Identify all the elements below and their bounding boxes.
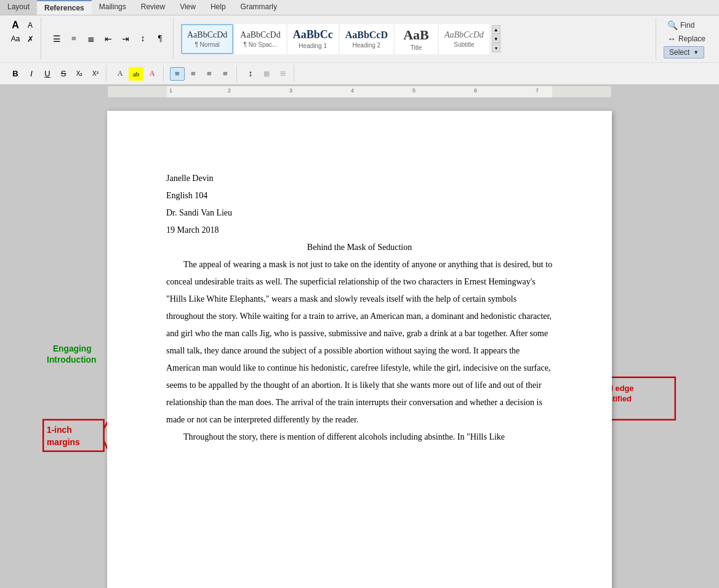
ribbon-content-row2: B I U S X₂ X² A ab A ≡ ≡ ≡ ≡ ↕ ▩ ⊞ Parag…: [0, 62, 719, 84]
engaging-text2: Introduction: [47, 355, 96, 364]
tab-help[interactable]: Help: [203, 0, 233, 15]
professor-line: Dr. Sandi Van Lieu: [166, 204, 553, 222]
find-btn[interactable]: 🔍 Find: [664, 19, 698, 31]
tab-references[interactable]: References: [37, 0, 92, 15]
strikethrough-btn[interactable]: S: [57, 68, 70, 80]
ruler-mark-6: 6: [474, 87, 477, 94]
find-label: Find: [680, 21, 694, 30]
ribbon-content-row1: A A Aa ✗ ☰ ≡ ≣ ⇤ ⇥ ↕ ¶: [0, 15, 719, 62]
decrease-indent-btn[interactable]: ⇤: [100, 31, 116, 46]
replace-label: Replace: [678, 34, 705, 43]
ruler-mark-1: 1: [169, 87, 172, 94]
styles-scrollbar[interactable]: ▲ ▼ ▾: [492, 25, 500, 52]
document-page[interactable]: Janelle Devin English 104 Dr. Sandi Van …: [107, 111, 612, 588]
select-chevron-icon: ▼: [693, 49, 699, 55]
align-justify-btn[interactable]: ≡: [218, 67, 233, 81]
mla-title-block: Behind the Mask of Seduction: [166, 239, 553, 256]
ruler: 1 2 3 4 5 6 7: [0, 85, 719, 99]
ribbon: Layout References Mailings Review View H…: [0, 0, 719, 85]
ruler-mark-4: 4: [351, 87, 354, 94]
style-subtitle-preview: AaBbCcDd: [444, 30, 484, 40]
font-aa-btn[interactable]: Aa: [9, 33, 22, 45]
bullet-list-btn[interactable]: ☰: [49, 31, 65, 46]
date-line: 19 March 2018: [166, 222, 553, 239]
paragraph-align-group: ≡ ≡ ≡ ≡: [166, 65, 237, 82]
margins-box: [43, 420, 103, 451]
style-heading2-label: Heading 2: [353, 42, 381, 49]
style-subtitle-label: Subtitle: [454, 41, 474, 48]
style-heading1-preview: AaBbCc: [293, 28, 333, 41]
ruler-bar: 1 2 3 4 5 6 7: [107, 86, 612, 97]
align-center-btn[interactable]: ≡: [186, 67, 201, 81]
ruler-mark-3: 3: [289, 87, 292, 94]
increase-indent-btn[interactable]: ⇥: [118, 31, 134, 46]
select-btn[interactable]: Select ▼: [664, 46, 704, 58]
style-title-label: Title: [411, 44, 422, 51]
underline-btn[interactable]: U: [41, 68, 54, 80]
text-color-btn[interactable]: A: [113, 67, 127, 81]
author-line: Janelle Devin: [166, 170, 553, 187]
find-icon: 🔍: [667, 20, 678, 30]
style-no-space[interactable]: AaBbCcDd ¶ No Spac...: [235, 24, 286, 54]
style-normal[interactable]: AaBbCcDd ¶ Normal: [181, 24, 233, 54]
style-title[interactable]: AaB Title: [395, 24, 438, 54]
list-group: ☰ ≡ ≣ ⇤ ⇥ ↕ ¶: [44, 18, 174, 60]
align-group: A ab A: [109, 65, 164, 82]
superscript-btn[interactable]: X²: [89, 68, 102, 80]
sort-btn[interactable]: ↕: [135, 31, 151, 46]
numbered-list-btn[interactable]: ≡: [66, 31, 82, 46]
align-right-btn[interactable]: ≡: [202, 67, 217, 81]
mla-header-block: Janelle Devin English 104 Dr. Sandi Van …: [166, 170, 553, 239]
shading-btn[interactable]: ▩: [259, 67, 274, 81]
tab-mailings[interactable]: Mailings: [92, 0, 134, 15]
line-spacing-group: ↕ ▩ ⊞: [239, 65, 294, 82]
styles-scroll-down[interactable]: ▼: [492, 34, 500, 43]
essay-body[interactable]: The appeal of wearing a mask is not just…: [166, 256, 553, 446]
style-heading1[interactable]: AaBbCc Heading 1: [287, 24, 339, 54]
tab-review[interactable]: Review: [134, 0, 172, 15]
essay-title: Behind the Mask of Seduction: [166, 239, 553, 256]
borders-btn[interactable]: ⊞: [275, 67, 290, 81]
body-paragraph-2-text: Throughout the story, there is mention o…: [183, 432, 505, 441]
course-line: English 104: [166, 187, 553, 204]
ruler-margin-right: [552, 86, 611, 97]
ruler-margin-left: [108, 86, 167, 97]
styles-group: AaBbCcDd ¶ Normal AaBbCcDd ¶ No Spac... …: [176, 18, 656, 60]
body-paragraph-2[interactable]: Throughout the story, there is mention o…: [166, 429, 553, 446]
highlight-btn[interactable]: ab: [129, 67, 143, 81]
style-title-preview: AaB: [403, 27, 429, 43]
tab-grammarly[interactable]: Grammarly: [233, 0, 284, 15]
align-left-btn[interactable]: ≡: [170, 67, 185, 81]
style-heading2[interactable]: AaBbCcD Heading 2: [340, 24, 393, 54]
body-paragraph-1[interactable]: The appeal of wearing a mask is not just…: [166, 256, 553, 429]
bold-btn[interactable]: B: [9, 68, 22, 80]
style-subtitle[interactable]: AaBbCcDd Subtitle: [439, 24, 489, 54]
ruler-mark-2: 2: [228, 87, 231, 94]
italic-btn[interactable]: I: [25, 68, 38, 80]
replace-icon: ↔: [667, 34, 676, 44]
show-marks-btn[interactable]: ¶: [152, 31, 168, 46]
font-size-group: A A Aa ✗: [5, 18, 41, 60]
font-size-shrink-btn[interactable]: A: [23, 19, 37, 31]
font-color-btn[interactable]: A: [145, 67, 159, 81]
document-area: MLA Format Title Format 1-inch margins: [0, 99, 719, 588]
font-format-row: Aa ✗: [9, 33, 37, 45]
style-no-space-label: ¶ No Spac...: [244, 41, 278, 48]
font-size-grow-btn[interactable]: A: [9, 19, 22, 31]
tab-view[interactable]: View: [172, 0, 203, 15]
multilevel-list-btn[interactable]: ≣: [83, 31, 99, 46]
styles-items: AaBbCcDd ¶ Normal AaBbCcDd ¶ No Spac... …: [181, 24, 489, 54]
ribbon-tab-row: Layout References Mailings Review View H…: [0, 0, 719, 15]
engaging-text1: Engaging: [53, 344, 92, 353]
tab-layout[interactable]: Layout: [0, 0, 37, 15]
line-spacing-btn[interactable]: ↕: [243, 67, 258, 81]
replace-btn[interactable]: ↔ Replace: [664, 33, 709, 45]
clear-format-btn[interactable]: ✗: [23, 33, 37, 45]
styles-scroll-up[interactable]: ▲: [492, 25, 500, 34]
style-no-space-preview: AaBbCcDd: [240, 30, 280, 40]
styles-expand[interactable]: ▾: [492, 44, 500, 52]
subscript-btn[interactable]: X₂: [73, 68, 86, 80]
indent-row: ⇤ ⇥ ↕ ¶: [100, 31, 168, 46]
margins-text1: 1-inch: [47, 425, 72, 435]
style-heading1-label: Heading 1: [299, 42, 327, 49]
